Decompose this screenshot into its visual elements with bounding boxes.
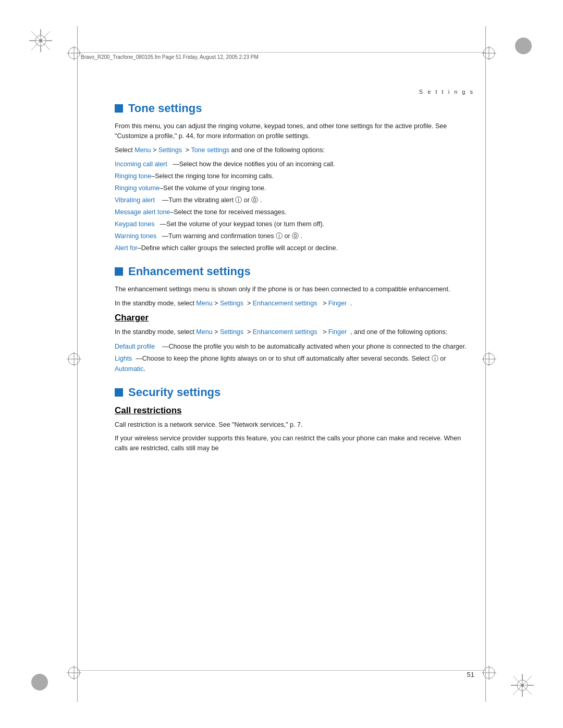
header-bar (78, 52, 485, 53)
bot-reg-right (482, 665, 496, 682)
enhancement-settings-section: Enhancement settings The enhancement set… (115, 265, 474, 374)
enhancement-settings-title: Enhancement settings (128, 265, 251, 278)
security-settings-section: Security settings Call restrictions Call… (115, 386, 474, 453)
item-keypad-tones: Keypad tones —Set the volume of your key… (115, 219, 474, 229)
enhancement-intro: The enhancement settings menu is shown o… (115, 285, 474, 294)
reg-mid-right (482, 352, 496, 368)
charger-heading: Charger (115, 313, 474, 323)
main-content: Tone settings From this menu, you can ad… (115, 102, 474, 465)
enhancement-settings-heading: Enhancement settings (115, 265, 474, 278)
enhancement-standby-line: In the standby mode, select Menu > Setti… (115, 299, 474, 309)
item-default-profile: Default profile —Choose the profile you … (115, 341, 474, 352)
page-number: 51 (467, 671, 474, 678)
item-message-alert: Message alert tone–Select the tone for r… (115, 207, 474, 217)
tone-settings-intro: From this menu, you can adjust the ringi… (115, 121, 474, 141)
call-restrictions-heading: Call restrictions (115, 405, 474, 416)
blue-square-tone (115, 104, 123, 113)
call-restrictions-subsection: Call restrictions Call restriction is a … (115, 405, 474, 453)
reg-mid-left (67, 352, 81, 368)
item-alert-for: Alert for–Define which caller groups the… (115, 243, 474, 253)
bottom-bar (78, 670, 485, 671)
sunburst-bottom-right (511, 674, 534, 699)
item-vibrating: Vibrating alert —Turn the vibrating aler… (115, 195, 474, 205)
charger-intro: In the standby mode, select Menu > Setti… (115, 327, 474, 337)
item-lights: Lights —Choose to keep the phone lights … (115, 353, 474, 374)
security-settings-heading: Security settings (115, 386, 474, 399)
settings-label: S e t t i n g s (419, 89, 474, 95)
header-file-info: Bravo_R200_Tracfone_080105.fm Page 51 Fr… (81, 54, 482, 60)
tone-settings-heading: Tone settings (115, 102, 474, 115)
charger-subsection: Charger In the standby mode, select Menu… (115, 313, 474, 374)
sunburst-top-left (29, 29, 52, 54)
security-settings-title: Security settings (128, 386, 221, 399)
tone-settings-section: Tone settings From this menu, you can ad… (115, 102, 474, 253)
gray-circle-top-right (515, 38, 532, 54)
file-info-text: Bravo_R200_Tracfone_080105.fm Page 51 Fr… (81, 54, 259, 60)
item-warning-tones: Warning tones —Turn warning and confirma… (115, 231, 474, 241)
page: Bravo_R200_Tracfone_080105.fm Page 51 Fr… (0, 0, 563, 728)
item-ringing-volume: Ringing volume–Set the volume of your ri… (115, 183, 474, 193)
call-restrictions-para1: Call restriction is a network service. S… (115, 420, 474, 430)
gray-circle-bottom-left (31, 674, 48, 690)
tone-settings-title: Tone settings (128, 102, 202, 115)
tone-select-line: Select Menu > Settings > Tone settings a… (115, 145, 474, 155)
top-reg-right (482, 46, 496, 63)
item-incoming: Incoming call alert —Select how the devi… (115, 159, 474, 169)
bot-reg-left (67, 665, 81, 682)
call-restrictions-para2: If your wireless service provider suppor… (115, 434, 474, 453)
blue-square-security (115, 388, 123, 397)
blue-square-enhancement (115, 267, 123, 276)
top-reg-left (67, 46, 81, 63)
item-ringing-tone: Ringing tone–Select the ringing tone for… (115, 171, 474, 181)
